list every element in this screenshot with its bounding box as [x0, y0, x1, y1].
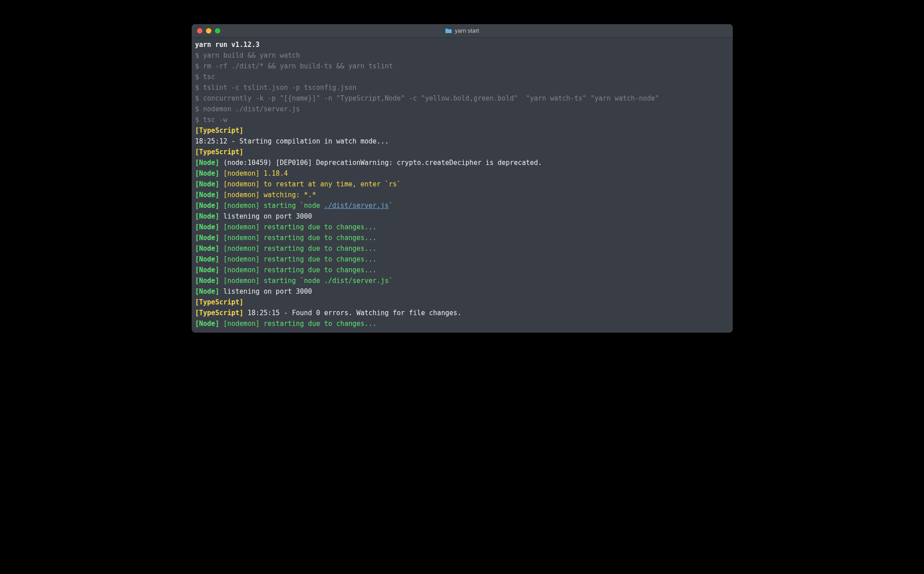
- terminal-segment: [Node]: [195, 287, 219, 295]
- traffic-lights: [197, 28, 220, 34]
- terminal-segment: $ tsc -w: [195, 116, 227, 124]
- terminal-segment: 18:25:12 - Starting compilation in watch…: [195, 137, 389, 145]
- zoom-button[interactable]: [215, 28, 220, 34]
- terminal-line: [Node] [nodemon] restarting due to chang…: [195, 232, 729, 243]
- terminal-segment: [TypeScript]: [195, 298, 244, 306]
- terminal-segment: 18:25:15 - Found 0 errors. Watching for …: [244, 309, 462, 317]
- terminal-line: yarn run v1.12.3: [195, 39, 729, 50]
- terminal-segment: [nodemon] starting `node: [223, 202, 324, 210]
- terminal-segment: (node:10459) [DEP0106] DeprecationWarnin…: [219, 159, 542, 167]
- terminal-segment: [nodemon] restarting due to changes...: [223, 320, 377, 328]
- terminal-segment: [TypeScript]: [195, 148, 244, 156]
- terminal-segment: [Node]: [195, 223, 219, 231]
- terminal-segment: [219, 277, 223, 285]
- terminal-segment: [219, 169, 223, 177]
- terminal-segment: [219, 255, 223, 263]
- terminal-segment: [Node]: [195, 202, 219, 210]
- terminal-line: $ nodemon ./dist/server.js: [195, 104, 729, 114]
- terminal-segment: ./dist/server.js: [324, 202, 389, 210]
- terminal-segment: [nodemon] to restart at any time, enter …: [223, 180, 401, 188]
- terminal-line: $ rm -rf ./dist/* && yarn build-ts && ya…: [195, 61, 729, 72]
- terminal-segment: [nodemon] starting `node ./dist/server.j…: [223, 277, 393, 285]
- terminal-segment: [nodemon] restarting due to changes...: [223, 234, 377, 242]
- terminal-segment: [Node]: [195, 169, 219, 177]
- terminal-segment: $ yarn build && yarn watch: [195, 51, 300, 59]
- terminal-line: [Node] [nodemon] restarting due to chang…: [195, 243, 729, 254]
- terminal-segment: `: [389, 202, 393, 210]
- terminal-segment: [TypeScript]: [195, 309, 244, 317]
- terminal-segment: [219, 320, 223, 328]
- terminal-line: $ tsc -w: [195, 114, 729, 125]
- minimize-button[interactable]: [206, 28, 211, 34]
- terminal-segment: [Node]: [195, 180, 219, 188]
- terminal-segment: [nodemon] restarting due to changes...: [223, 255, 377, 263]
- terminal-line: [Node] [nodemon] restarting due to chang…: [195, 254, 729, 265]
- terminal-line: [TypeScript]: [195, 125, 729, 136]
- terminal-line: [Node] [nodemon] restarting due to chang…: [195, 265, 729, 275]
- terminal-segment: [TypeScript]: [195, 127, 244, 135]
- terminal-line: [TypeScript] 18:25:15 - Found 0 errors. …: [195, 308, 729, 318]
- terminal-line: [Node] [nodemon] to restart at any time,…: [195, 179, 729, 190]
- terminal-segment: [219, 180, 223, 188]
- terminal-segment: [Node]: [195, 245, 219, 253]
- terminal-segment: $ rm -rf ./dist/* && yarn build-ts && ya…: [195, 62, 393, 70]
- terminal-segment: $ concurrently -k -p "[{name}]" -n "Type…: [195, 94, 659, 102]
- terminal-segment: [219, 202, 223, 210]
- terminal-segment: [219, 234, 223, 242]
- terminal-window: yarn start yarn run v1.12.3$ yarn build …: [192, 24, 733, 333]
- terminal-segment: [Node]: [195, 255, 219, 263]
- window-title: yarn start: [445, 27, 479, 34]
- terminal-line: [Node] [nodemon] restarting due to chang…: [195, 318, 729, 329]
- terminal-segment: [nodemon] restarting due to changes...: [223, 245, 377, 253]
- title-bar[interactable]: yarn start: [192, 24, 733, 38]
- terminal-line: [Node] listening on port 3000: [195, 211, 729, 222]
- terminal-line: [TypeScript]: [195, 297, 729, 308]
- terminal-segment: listening on port 3000: [219, 287, 312, 295]
- terminal-line: $ concurrently -k -p "[{name}]" -n "Type…: [195, 93, 729, 104]
- terminal-segment: [Node]: [195, 266, 219, 274]
- terminal-segment: [219, 266, 223, 274]
- terminal-segment: [nodemon] restarting due to changes...: [223, 266, 377, 274]
- terminal-line: [Node] (node:10459) [DEP0106] Deprecatio…: [195, 157, 729, 168]
- terminal-segment: yarn run v1.12.3: [195, 41, 260, 49]
- terminal-line: [Node] [nodemon] 1.18.4: [195, 168, 729, 179]
- terminal-line: $ yarn build && yarn watch: [195, 50, 729, 61]
- terminal-segment: [Node]: [195, 234, 219, 242]
- terminal-segment: [Node]: [195, 277, 219, 285]
- close-button[interactable]: [197, 28, 202, 34]
- terminal-line: [Node] [nodemon] starting `node ./dist/s…: [195, 275, 729, 286]
- terminal-segment: [nodemon] 1.18.4: [223, 169, 288, 177]
- terminal-segment: [nodemon] watching: *.*: [223, 191, 316, 199]
- terminal-segment: [219, 245, 223, 253]
- terminal-line: $ tsc: [195, 72, 729, 82]
- terminal-line: [Node] [nodemon] starting `node ./dist/s…: [195, 200, 729, 211]
- terminal-segment: $ nodemon ./dist/server.js: [195, 105, 300, 113]
- terminal-line: 18:25:12 - Starting compilation in watch…: [195, 136, 729, 147]
- terminal-segment: [219, 191, 223, 199]
- window-title-text: yarn start: [455, 27, 479, 34]
- terminal-segment: $ tsc: [195, 73, 215, 81]
- terminal-line: [Node] listening on port 3000: [195, 286, 729, 297]
- terminal-line: [TypeScript]: [195, 147, 729, 157]
- terminal-segment: [Node]: [195, 320, 219, 328]
- terminal-segment: $ tslint -c tslint.json -p tsconfig.json: [195, 84, 357, 92]
- folder-icon: [445, 28, 452, 34]
- terminal-segment: [Node]: [195, 212, 219, 220]
- terminal-segment: [nodemon] restarting due to changes...: [223, 223, 377, 231]
- terminal-segment: listening on port 3000: [219, 212, 312, 220]
- terminal-body[interactable]: yarn run v1.12.3$ yarn build && yarn wat…: [192, 38, 733, 333]
- terminal-line: [Node] [nodemon] restarting due to chang…: [195, 222, 729, 232]
- terminal-line: [Node] [nodemon] watching: *.*: [195, 190, 729, 200]
- terminal-segment: [Node]: [195, 159, 219, 167]
- terminal-line: $ tslint -c tslint.json -p tsconfig.json: [195, 82, 729, 93]
- terminal-segment: [219, 223, 223, 231]
- terminal-segment: [Node]: [195, 191, 219, 199]
